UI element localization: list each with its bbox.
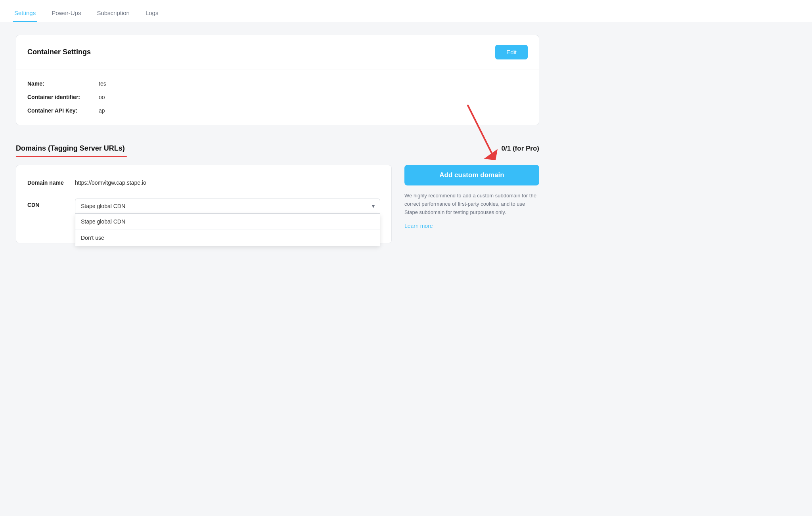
cdn-label: CDN [27, 199, 75, 208]
cdn-content: Stape global CDN Don't use ▾ Stape globa… [75, 199, 380, 232]
cdn-dropdown-menu: Stape global CDN Don't use [75, 214, 380, 246]
tab-powerups[interactable]: Power-Ups [50, 3, 82, 22]
domain-name-field: Domain name https://oomvitgw.cap.stape.i… [27, 176, 380, 189]
card-title: Container Settings [27, 48, 91, 56]
pro-badge: 0/1 (for Pro) [502, 145, 539, 153]
domain-layout: Domain name https://oomvitgw.cap.stape.i… [16, 165, 539, 243]
tab-subscription[interactable]: Subscription [95, 3, 131, 22]
card-header: Container Settings Edit [16, 35, 539, 69]
cdn-dropdown-item-0[interactable]: Stape global CDN [75, 214, 380, 229]
identifier-row: Container identifier: oo [27, 94, 528, 100]
domain-card: Domain name https://oomvitgw.cap.stape.i… [16, 165, 392, 243]
identifier-label: Container identifier: [27, 94, 99, 100]
container-settings-card: Container Settings Edit Name: tes Contai… [16, 35, 539, 125]
name-value: tes [99, 80, 106, 87]
right-hint: We highly recommend to add a custom subd… [404, 192, 539, 216]
api-key-value: ap [99, 107, 105, 114]
main-content: Container Settings Edit Name: tes Contai… [0, 22, 555, 256]
api-key-label: Container API Key: [27, 107, 99, 114]
api-key-row: Container API Key: ap [27, 107, 528, 114]
domain-name-label: Domain name [27, 176, 75, 186]
edit-button[interactable]: Edit [495, 45, 528, 59]
domain-url: https://oomvitgw.cap.stape.io [75, 176, 380, 189]
domains-title: Domains (Tagging Server URLs) [16, 144, 125, 153]
cdn-field: CDN Stape global CDN Don't use ▾ Stape g… [27, 199, 380, 232]
card-body: Name: tes Container identifier: oo Conta… [16, 69, 539, 125]
domains-section-header: Domains (Tagging Server URLs) 0/1 (for P… [16, 135, 539, 156]
learn-more-right-link[interactable]: Learn more [404, 223, 433, 229]
cdn-select-wrapper: Stape global CDN Don't use ▾ Stape globa… [75, 199, 380, 214]
tab-logs[interactable]: Logs [144, 3, 160, 22]
cdn-dropdown-item-1[interactable]: Don't use [75, 229, 380, 246]
name-label: Name: [27, 80, 99, 87]
name-row: Name: tes [27, 80, 528, 87]
identifier-value: oo [99, 94, 105, 100]
top-nav: Settings Power-Ups Subscription Logs [0, 0, 812, 22]
red-underline [16, 156, 127, 157]
cdn-select[interactable]: Stape global CDN Don't use [75, 199, 380, 214]
domain-name-content: https://oomvitgw.cap.stape.io [75, 176, 380, 189]
tab-settings[interactable]: Settings [13, 3, 37, 22]
add-custom-domain-button[interactable]: Add custom domain [404, 165, 539, 185]
domain-right-panel: Add custom domain We highly recommend to… [404, 165, 539, 229]
